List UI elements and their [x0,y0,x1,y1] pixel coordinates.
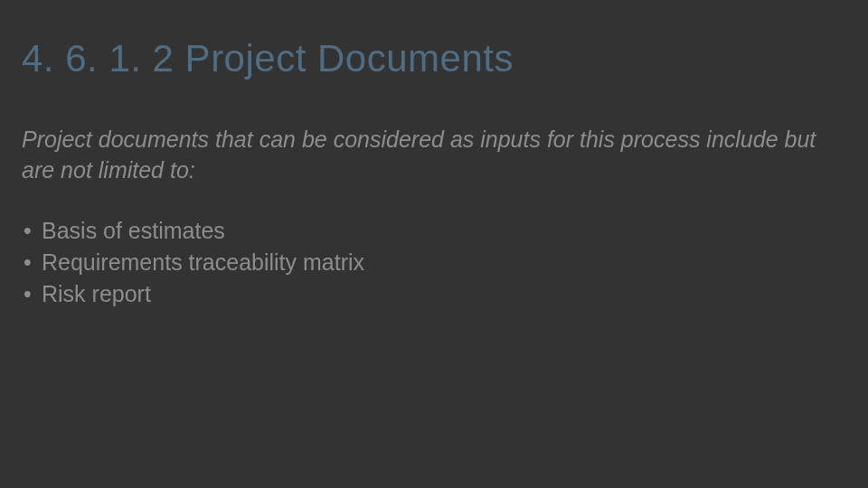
slide-intro-text: Project documents that can be considered… [22,125,835,186]
slide-title: 4. 6. 1. 2 Project Documents [22,36,846,81]
bullet-list: Basis of estimates Requirements traceabi… [22,215,846,310]
list-item: Requirements traceability matrix [22,247,846,278]
list-item: Basis of estimates [22,215,846,247]
list-item: Risk report [22,278,846,310]
slide: 4. 6. 1. 2 Project Documents Project doc… [0,0,868,488]
